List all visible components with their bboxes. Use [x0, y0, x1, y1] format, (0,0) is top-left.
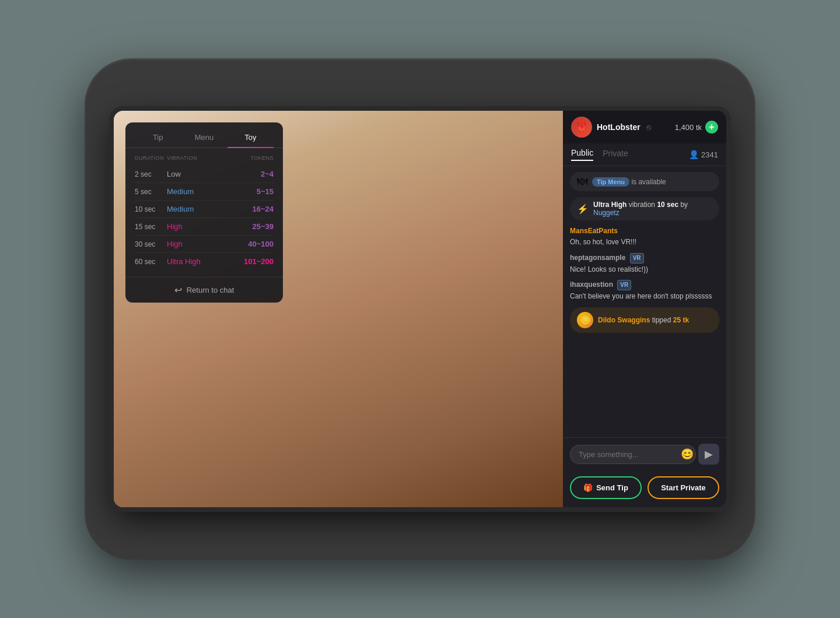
tip-coin-icon: 🪙 — [577, 312, 593, 328]
username-manseatpants: MansEatPants — [570, 226, 719, 236]
chat-input-area: 😊 ▶ — [563, 437, 726, 470]
toy-row-2[interactable]: 5 sec Medium 5~15 — [135, 183, 274, 201]
tab-menu[interactable]: Menu — [181, 129, 227, 148]
chat-messages: 🍽 Tip Menu is available ⚡ Ultra High vib… — [563, 166, 726, 437]
send-message-button[interactable]: ▶ — [698, 444, 719, 465]
toy-table-header: DURATION VIBRATION TOKENS — [135, 155, 274, 161]
panel-tabs: Tip Menu Toy — [125, 122, 283, 148]
toy-row-4[interactable]: 15 sec High 25~39 — [135, 218, 274, 236]
viewer-icon: 👤 — [689, 150, 699, 159]
logout-icon[interactable]: ⎋ — [646, 122, 651, 132]
chat-sidebar: 🦞 HotLobster ⎋ 1,400 tk + Public Private — [563, 111, 726, 507]
tab-toy[interactable]: Toy — [228, 129, 274, 148]
toy-row-3[interactable]: 10 sec Medium 16~24 — [135, 201, 274, 218]
chat-message-1: MansEatPants Oh, so hot, love VR!!! — [570, 226, 719, 247]
chat-message-3: ihaxquestion VR Can't believe you are he… — [570, 280, 719, 301]
chat-tabs: Public Private 👤 2341 — [563, 143, 726, 166]
system-tip-menu-message: 🍽 Tip Menu is available — [570, 172, 719, 191]
tip-menu-badge: Tip Menu — [592, 177, 629, 187]
return-icon: ↩ — [174, 285, 182, 296]
toy-row-1[interactable]: 2 sec Low 2~4 — [135, 166, 274, 183]
toy-row-6[interactable]: 60 sec Ultra High 101~200 — [135, 253, 274, 270]
device-wrapper: Tip Menu Toy DURATION VIBRATION TOKENS — [70, 47, 770, 571]
screen: Tip Menu Toy DURATION VIBRATION TOKENS — [114, 111, 726, 507]
streamer-name: HotLobster — [597, 122, 640, 132]
avatar: 🦞 — [571, 117, 592, 138]
add-tokens-button[interactable]: + — [705, 121, 718, 134]
vibration-icon: ⚡ — [577, 203, 589, 215]
toy-row-5[interactable]: 30 sec High 40~100 — [135, 236, 274, 253]
chat-input[interactable] — [570, 445, 696, 464]
tip-menu-icon: 🍽 — [577, 175, 587, 188]
tip-notification: 🪙 Dildo Swaggins tipped 25 tk — [570, 307, 719, 333]
username-heptagonsample: heptagonsample VR — [570, 253, 719, 264]
vr-badge-2: VR — [617, 280, 631, 290]
tab-private[interactable]: Private — [603, 149, 628, 160]
start-private-button[interactable]: Start Private — [648, 476, 719, 499]
chat-header: 🦞 HotLobster ⎋ 1,400 tk + — [563, 111, 726, 143]
emoji-button[interactable]: 😊 — [681, 448, 694, 461]
token-balance: 1,400 tk + — [675, 121, 718, 134]
chat-message-2: heptagonsample VR Nice! Looks so realist… — [570, 253, 719, 275]
toy-panel: Tip Menu Toy DURATION VIBRATION TOKENS — [125, 122, 283, 303]
send-tip-icon: 🎁 — [583, 483, 593, 492]
toy-table: DURATION VIBRATION TOKENS 2 sec Low 2~4 … — [125, 148, 283, 277]
chat-actions: 🎁 Send Tip Start Private — [563, 470, 726, 507]
tab-tip[interactable]: Tip — [135, 129, 181, 148]
vibration-message: ⚡ Ultra High vibration 10 sec by Nuggetz — [570, 197, 719, 220]
video-section: Tip Menu Toy DURATION VIBRATION TOKENS — [114, 111, 563, 507]
vr-badge: VR — [630, 253, 644, 264]
username-ihaxquestion: ihaxquestion VR — [570, 280, 719, 290]
send-tip-button[interactable]: 🎁 Send Tip — [570, 476, 642, 499]
tab-public[interactable]: Public — [571, 148, 593, 161]
viewer-count: 👤 2341 — [689, 150, 718, 159]
return-to-chat-button[interactable]: ↩ Return to chat — [125, 277, 283, 303]
